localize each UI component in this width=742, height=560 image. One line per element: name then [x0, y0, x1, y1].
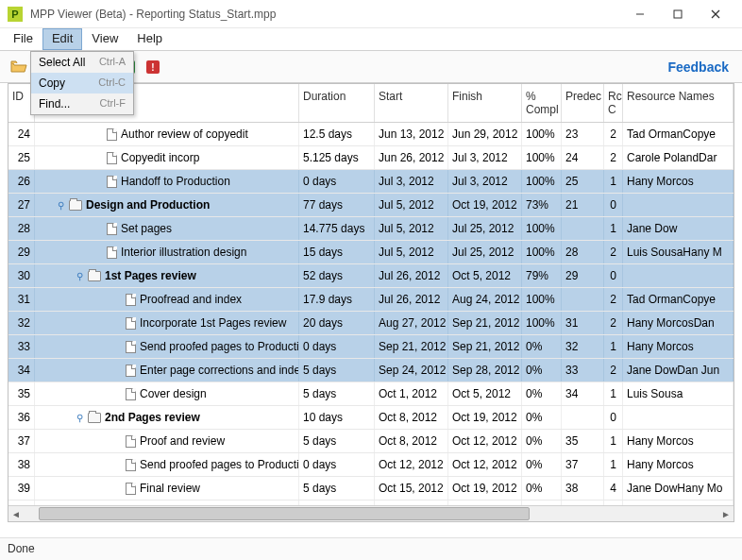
cell-resources: Luis Sousa [623, 382, 734, 405]
cell-id: 34 [8, 359, 35, 382]
scroll-right-arrow[interactable]: ► [718, 506, 734, 522]
cell-predecessors: 21 [562, 194, 604, 216]
cell-start: Oct 8, 2012 [375, 430, 448, 452]
table-row[interactable]: 25Copyedit incorp5.125 daysJun 26, 2012J… [8, 146, 734, 170]
col-start[interactable]: Start [375, 84, 448, 122]
table-row[interactable]: 31Proofread and index17.9 daysJul 26, 20… [8, 288, 734, 312]
cell-rc: 2 [604, 241, 623, 263]
table-row[interactable]: 34Enter page corrections and index5 days… [8, 359, 734, 382]
table-row[interactable]: 32Incorporate 1st Pages review20 daysAug… [8, 312, 734, 335]
task-name: Interior illustration design [121, 246, 246, 259]
cell-predecessors [562, 288, 604, 311]
col-predecessors[interactable]: Predec [562, 84, 604, 122]
table-row[interactable]: 37Proof and review5 daysOct 8, 2012Oct 1… [8, 430, 734, 453]
maximize-button[interactable] [659, 1, 697, 27]
cell-duration: 0 days [299, 453, 375, 476]
svg-text:!: ! [151, 62, 154, 73]
cell-finish: Jul 25, 2012 [448, 241, 522, 263]
cell-task: Cover design [35, 382, 299, 405]
cell-start: Jul 26, 2012 [375, 288, 448, 311]
cell-task: Incorporate 1st Pages review [35, 312, 299, 334]
horizontal-scrollbar[interactable]: ◄ ► [8, 505, 734, 521]
cell-id: 36 [8, 406, 35, 429]
cell-rc: 2 [604, 288, 623, 311]
menu-find[interactable]: Find...Ctrl-F [31, 93, 133, 114]
table-row[interactable]: 38Send proofed pages to Production0 days… [8, 453, 734, 477]
close-button[interactable] [697, 1, 734, 27]
cell-task: Proof and review [35, 430, 299, 452]
col-finish[interactable]: Finish [448, 84, 522, 122]
menu-edit[interactable]: Edit [42, 28, 82, 50]
cell-id: 35 [8, 382, 35, 405]
badge-alert-button[interactable]: ! [142, 56, 164, 78]
menu-file[interactable]: File [4, 28, 42, 50]
table-row[interactable]: 27⚲Design and Production77 daysJul 5, 20… [8, 194, 734, 217]
cell-task: Send proofed pages to Production [35, 453, 299, 476]
cell-resources [623, 406, 734, 429]
cell-predecessors: 38 [562, 477, 604, 500]
cell-id: 39 [8, 477, 35, 500]
cell-finish: Aug 24, 2012 [448, 288, 522, 311]
cell-task: Handoff to Production [35, 170, 299, 193]
cell-predecessors: 24 [562, 146, 604, 169]
menu-select-all[interactable]: Select AllCtrl-A [31, 52, 133, 73]
table-row[interactable]: 35Cover design5 daysOct 1, 2012Oct 5, 20… [8, 382, 734, 406]
cell-predecessors: 28 [562, 241, 604, 263]
cell-duration: 52 days [299, 264, 375, 287]
cell-id: 26 [8, 170, 35, 193]
cell-rc: 1 [604, 170, 623, 193]
table-row[interactable]: 28Set pages14.775 daysJul 5, 2012Jul 25,… [8, 217, 734, 241]
scroll-left-arrow[interactable]: ◄ [8, 506, 24, 522]
cell-finish: Oct 19, 2012 [448, 194, 522, 216]
grid-body[interactable]: 24Author review of copyedit12.5 daysJun … [8, 123, 734, 505]
cell-start: Oct 1, 2012 [375, 382, 448, 405]
col-resource-names[interactable]: Resource Names [623, 84, 734, 122]
cell-predecessors: 34 [562, 382, 604, 405]
document-icon [107, 246, 117, 259]
folder-icon [88, 271, 101, 281]
minimize-button[interactable] [621, 1, 659, 27]
cell-resources [623, 264, 734, 287]
cell-finish: Oct 19, 2012 [448, 477, 522, 500]
menu-copy[interactable]: CopyCtrl-C [31, 73, 133, 93]
col-duration[interactable]: Duration [299, 84, 375, 122]
cell-resources: Hany Morcos [623, 453, 734, 476]
cell-start: Oct 8, 2012 [375, 406, 448, 429]
table-row[interactable]: 30⚲1st Pages review52 daysJul 26, 2012Oc… [8, 264, 734, 288]
cell-start: Sep 24, 2012 [375, 359, 448, 382]
table-row[interactable]: 29Interior illustration design15 daysJul… [8, 241, 734, 264]
cell-finish: Oct 12, 2012 [448, 453, 522, 476]
table-row[interactable]: 39Final review5 daysOct 15, 2012Oct 19, … [8, 477, 734, 501]
cell-duration: 12.5 days [299, 123, 375, 145]
folder-icon [88, 413, 101, 423]
titlebar: P MPP Viewer (Beta) - Reporting Status_S… [0, 0, 742, 28]
table-row[interactable]: 26Handoff to Production0 daysJul 3, 2012… [8, 170, 734, 194]
cell-resources: Tad OrmanCopye [623, 288, 734, 311]
task-grid: ID Duration Start Finish % Compl Predec … [8, 83, 734, 522]
cell-predecessors: 29 [562, 264, 604, 287]
col-complete[interactable]: % Compl [522, 84, 562, 122]
cell-start: Oct 15, 2012 [375, 477, 448, 500]
menu-help[interactable]: Help [127, 28, 172, 50]
window-controls [621, 1, 734, 27]
scroll-track[interactable] [24, 506, 718, 522]
cell-duration: 14.775 days [299, 217, 375, 240]
open-button[interactable] [8, 56, 30, 78]
key-icon: ⚲ [76, 271, 84, 281]
cell-resources: Hany MorcosDan [623, 312, 734, 334]
document-icon [126, 294, 136, 306]
feedback-link[interactable]: Feedback [667, 59, 734, 75]
key-icon: ⚲ [76, 413, 84, 423]
table-row[interactable]: 36⚲2nd Pages review10 daysOct 8, 2012Oct… [8, 406, 734, 430]
col-resource-count[interactable]: Rc C [604, 84, 623, 122]
cell-id: 33 [8, 335, 35, 358]
cell-complete: 100% [522, 123, 562, 145]
menu-view[interactable]: View [82, 28, 127, 50]
svg-rect-1 [674, 10, 682, 18]
task-name: Copyedit incorp [121, 151, 199, 164]
scroll-thumb[interactable] [39, 507, 530, 520]
cell-task: Proofread and index [35, 288, 299, 311]
table-row[interactable]: 24Author review of copyedit12.5 daysJun … [8, 123, 734, 146]
table-row[interactable]: 33Send proofed pages to Production0 days… [8, 335, 734, 359]
cell-task: ⚲2nd Pages review [35, 406, 299, 429]
